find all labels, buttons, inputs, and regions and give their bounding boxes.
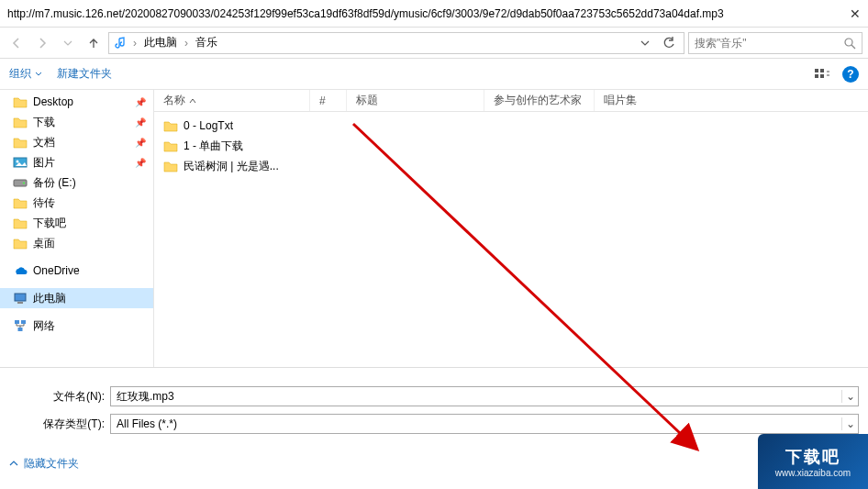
filetype-label: 保存类型(T): [9,417,110,432]
view-icon [814,68,830,81]
filetype-row: 保存类型(T): ⌄ [9,414,859,434]
col-name-label: 名称 [163,93,185,108]
tree-item-1[interactable]: 下载📌 [0,112,153,132]
tree-item-11[interactable]: 此电脑 [0,288,153,308]
watermark-url: www.xiazaiba.com [775,468,851,478]
back-button[interactable] [6,32,28,54]
close-icon[interactable]: ✕ [824,6,861,21]
svg-rect-4 [820,74,824,78]
tree-item-label: 网络 [33,318,55,334]
chevron-down-icon [63,39,72,48]
filename-combo[interactable]: ⌄ [110,386,859,406]
list-body[interactable]: 0 - LogTxt1 - 单曲下载民谣树洞 | 光是遇... [154,112,868,367]
svg-rect-12 [21,320,26,324]
view-button[interactable] [811,63,833,85]
navbar: › 此电脑 › 音乐 [0,28,868,59]
list-item-label: 1 - 单曲下载 [184,139,243,154]
tree-item-13[interactable]: 网络 [0,316,153,336]
forward-button[interactable] [31,32,53,54]
folder-icon [13,94,28,109]
chevron-down-icon [35,71,42,78]
tree-item-0[interactable]: Desktop📌 [0,92,153,112]
filename-row: 文件名(N): ⌄ [9,386,859,406]
network-icon [13,318,28,333]
filename-dropdown[interactable]: ⌄ [841,390,858,403]
titlebar: http://m7.music.126.net/20200827090033/0… [0,0,868,28]
search-input[interactable] [695,37,843,50]
new-folder-button[interactable]: 新建文件夹 [57,66,112,82]
list-item[interactable]: 1 - 单曲下载 [154,136,868,156]
folder-icon [13,115,28,129]
svg-rect-10 [17,302,23,304]
organize-button[interactable]: 组织 [9,66,42,82]
address-dropdown[interactable] [634,32,656,54]
filename-input[interactable] [111,390,841,403]
help-icon[interactable]: ? [842,66,859,83]
file-list: 名称 # 标题 参与创作的艺术家 唱片集 0 - LogTxt1 - 单曲下载民… [154,90,868,367]
refresh-button[interactable] [658,32,680,54]
pin-icon: 📌 [135,158,146,168]
svg-point-0 [845,39,852,46]
filetype-dropdown[interactable]: ⌄ [841,417,858,430]
up-button[interactable] [83,32,105,54]
filename-label: 文件名(N): [9,389,110,405]
music-icon [113,36,128,50]
col-title[interactable]: 标题 [347,90,484,111]
col-album[interactable]: 唱片集 [595,90,868,111]
svg-rect-11 [15,320,19,324]
window-title: http://m7.music.126.net/20200827090033/0… [7,7,824,20]
list-header: 名称 # 标题 参与创作的艺术家 唱片集 [154,90,868,112]
tree-item-2[interactable]: 文档📌 [0,132,153,152]
filetype-combo[interactable]: ⌄ [110,414,859,434]
sort-asc-icon [189,97,196,105]
list-item[interactable]: 民谣树洞 | 光是遇... [154,156,868,176]
tree-item-label: 文档 [33,135,55,150]
tree-item-label: 此电脑 [33,291,66,306]
bottom-row: 隐藏文件夹 保存(S) [9,452,859,474]
hide-folders-label: 隐藏文件夹 [24,456,79,472]
folder-icon [163,118,178,133]
svg-rect-3 [815,74,818,78]
filetype-input[interactable] [111,417,841,430]
tree-item-9[interactable]: OneDrive [0,261,153,281]
folder-icon [13,236,28,250]
content-area: Desktop📌下载📌文档📌图片📌备份 (E:)待传下载吧桌面OneDrive此… [0,90,868,367]
tree-item-6[interactable]: 下载吧 [0,213,153,233]
address-bar[interactable]: › 此电脑 › 音乐 [108,32,684,54]
recent-button[interactable] [57,32,79,54]
search-icon [843,37,856,50]
search-box[interactable] [688,32,862,54]
tree-item-7[interactable]: 桌面 [0,233,153,253]
pc-icon [13,291,28,306]
tree-item-3[interactable]: 图片📌 [0,152,153,172]
tree-item-4[interactable]: 备份 (E:) [0,172,153,193]
list-item-label: 0 - LogTxt [184,119,233,132]
pin-icon: 📌 [135,117,146,128]
tree-item-5[interactable]: 待传 [0,193,153,213]
svg-rect-9 [15,294,26,301]
col-name[interactable]: 名称 [154,90,310,111]
folder-icon [13,216,28,230]
chevron-up-icon [9,459,18,468]
folder-icon [13,135,28,150]
tree-item-label: 下载吧 [33,216,66,231]
svg-rect-1 [815,69,818,72]
list-item[interactable]: 0 - LogTxt [154,116,868,136]
svg-point-6 [17,161,19,163]
pin-icon: 📌 [135,138,146,148]
col-num[interactable]: # [310,90,347,111]
breadcrumb-current[interactable]: 音乐 [194,35,219,50]
tree-item-label: OneDrive [33,264,80,277]
svg-rect-2 [820,69,824,72]
svg-point-8 [23,183,25,184]
chevron-down-icon [640,39,650,48]
pictures-icon [13,155,28,170]
col-artists[interactable]: 参与创作的艺术家 [484,90,595,111]
pin-icon: 📌 [135,97,146,107]
tree-item-label: 待传 [33,195,55,211]
breadcrumb-root[interactable]: 此电脑 [142,35,179,50]
list-item-label: 民谣树洞 | 光是遇... [184,159,279,174]
folder-icon [163,159,178,173]
folder-tree[interactable]: Desktop📌下载📌文档📌图片📌备份 (E:)待传下载吧桌面OneDrive此… [0,90,154,367]
hide-folders-button[interactable]: 隐藏文件夹 [9,456,79,472]
